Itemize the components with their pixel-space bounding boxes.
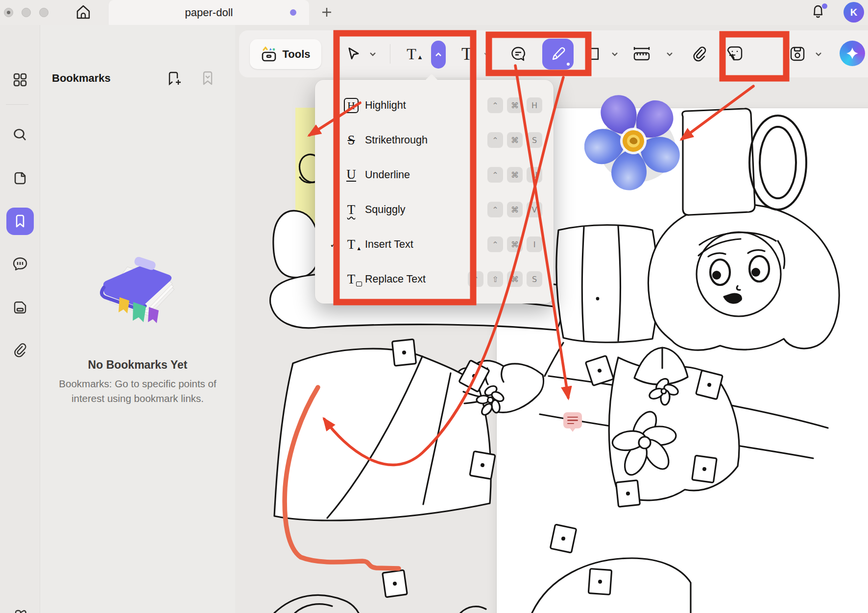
save-icon bbox=[789, 45, 806, 63]
ruler-icon bbox=[631, 45, 652, 63]
chevron-up-icon bbox=[434, 51, 442, 59]
plus-icon bbox=[320, 5, 334, 19]
shape-tool-dropdown[interactable] bbox=[609, 43, 620, 65]
comment-line bbox=[567, 417, 578, 418]
sidebar-item-search[interactable] bbox=[9, 124, 31, 146]
empty-state-description: Bookmarks: Go to specific points of inte… bbox=[58, 377, 217, 406]
bookmark-outline-button[interactable] bbox=[200, 71, 217, 87]
empty-bookmarks-illustration bbox=[91, 244, 184, 342]
square-shape-icon bbox=[585, 47, 600, 61]
menu-item-underline[interactable]: U Underline ⌃⌘U bbox=[315, 158, 554, 192]
select-tool-dropdown[interactable] bbox=[367, 43, 378, 65]
tools-button[interactable]: Tools bbox=[250, 39, 321, 69]
palette-icon bbox=[12, 608, 28, 613]
chevron-down-icon bbox=[610, 49, 619, 58]
toolbox-icon bbox=[261, 47, 277, 62]
paperclip-icon bbox=[12, 342, 28, 358]
page-icon bbox=[12, 170, 28, 186]
paperclip-icon bbox=[691, 46, 708, 62]
measure-tool-button[interactable] bbox=[631, 43, 652, 65]
sidebar-rail bbox=[0, 25, 40, 613]
menu-item-insert-text[interactable]: ✓ T▲ Insert Text ⌃⌘I bbox=[315, 227, 554, 261]
toolbar: Tools T▲ T bbox=[239, 30, 868, 77]
document-tab[interactable]: paper-doll bbox=[109, 0, 309, 25]
save-tool-dropdown[interactable] bbox=[813, 43, 824, 65]
flower-sticker[interactable] bbox=[584, 93, 682, 191]
comment-line bbox=[567, 423, 574, 424]
comment-line bbox=[567, 420, 578, 421]
cursor-icon bbox=[346, 47, 361, 61]
unsaved-indicator-dot bbox=[290, 9, 296, 16]
sidebar-item-comments[interactable] bbox=[9, 254, 31, 275]
checkmark: ✓ bbox=[315, 239, 338, 250]
grid-icon bbox=[12, 72, 28, 88]
sidebar-item-thumbnails[interactable] bbox=[9, 297, 31, 318]
notification-badge bbox=[822, 3, 827, 9]
select-tool-button[interactable] bbox=[343, 43, 364, 65]
comment-annotation-marker[interactable] bbox=[563, 412, 582, 428]
comment-tool-button[interactable] bbox=[507, 43, 529, 65]
insert-text-icon: T▲ bbox=[338, 237, 365, 252]
window-zoom-button[interactable] bbox=[39, 8, 48, 17]
sidebar-item-appearance[interactable] bbox=[9, 605, 31, 613]
add-bookmark-button[interactable] bbox=[165, 71, 182, 87]
chevron-down-icon bbox=[368, 49, 377, 58]
comment-bubble-icon bbox=[509, 45, 527, 63]
chevron-down-icon bbox=[814, 49, 823, 58]
chevron-down-icon bbox=[665, 49, 674, 58]
ai-assistant-button[interactable] bbox=[840, 41, 865, 66]
notifications-button[interactable] bbox=[809, 2, 829, 22]
window-close-button[interactable] bbox=[4, 8, 13, 17]
replace-text-icon: T bbox=[338, 272, 365, 287]
squiggly-icon: T bbox=[338, 202, 365, 217]
search-icon bbox=[12, 127, 28, 143]
text-tool-icon: T bbox=[461, 44, 472, 64]
sidebar-item-bookmarks[interactable] bbox=[6, 208, 34, 235]
add-bookmark-icon bbox=[165, 71, 182, 87]
avatar-initial: K bbox=[850, 7, 857, 18]
sticker-icon bbox=[725, 45, 744, 63]
menu-item-strikethrough[interactable]: S Strikethrough ⌃⌘S bbox=[315, 123, 554, 157]
text-tool-dropdown[interactable] bbox=[481, 43, 492, 65]
ai-sparkle-icon bbox=[845, 46, 860, 61]
save-tool-button[interactable] bbox=[787, 43, 808, 65]
home-icon bbox=[74, 3, 92, 21]
divider bbox=[6, 104, 28, 105]
window-minimize-button[interactable] bbox=[22, 8, 31, 17]
page-slot-icon bbox=[12, 300, 28, 315]
avatar[interactable]: K bbox=[844, 2, 864, 23]
sticker-tool-button[interactable] bbox=[724, 43, 746, 65]
highlight-icon: H bbox=[338, 98, 365, 113]
insert-text-options-button[interactable] bbox=[431, 41, 446, 69]
divider bbox=[390, 44, 390, 64]
measure-tool-dropdown[interactable] bbox=[664, 43, 675, 65]
insert-text-icon: T▲ bbox=[407, 45, 416, 63]
shape-tool-button[interactable] bbox=[582, 43, 603, 65]
home-button[interactable] bbox=[74, 3, 92, 21]
highlighter-pen-tool-button[interactable] bbox=[542, 39, 574, 70]
strikethrough-icon: S bbox=[338, 133, 365, 148]
sidebar-item-pages[interactable] bbox=[9, 167, 31, 189]
text-markup-dropdown-menu: H Highlight ⌃⌘H S Strikethrough ⌃⌘S U Un… bbox=[315, 80, 554, 304]
tab-title: paper-doll bbox=[185, 6, 233, 19]
bookmark-icon bbox=[13, 214, 27, 228]
menu-item-replace-text[interactable]: T Replace Text ⌃⇧⌘S bbox=[315, 262, 554, 296]
menu-item-squiggly[interactable]: T Squiggly ⌃⌘V bbox=[315, 192, 554, 227]
bookmarks-panel: Bookmarks No Bookmarks Yet Bookmarks: Go… bbox=[40, 25, 235, 613]
empty-state-heading: No Bookmarks Yet bbox=[40, 358, 235, 372]
menu-item-highlight[interactable]: H Highlight ⌃⌘H bbox=[315, 88, 554, 122]
insert-text-tool-button[interactable]: T▲ bbox=[401, 43, 422, 65]
pencil-icon bbox=[549, 46, 567, 63]
sidebar-item-attachments[interactable] bbox=[9, 339, 31, 361]
attachment-tool-button[interactable] bbox=[689, 43, 710, 65]
titlebar: paper-doll K bbox=[0, 0, 868, 25]
new-tab-button[interactable] bbox=[320, 5, 334, 19]
comment-icon bbox=[12, 256, 28, 273]
panel-title: Bookmarks bbox=[52, 72, 111, 85]
sidebar-item-grid[interactable] bbox=[9, 69, 31, 91]
tool-options-dot bbox=[567, 63, 570, 66]
underline-icon: U bbox=[338, 168, 365, 182]
chevron-down-icon bbox=[483, 50, 490, 57]
text-tool-button[interactable]: T bbox=[456, 43, 478, 65]
tools-label: Tools bbox=[282, 48, 310, 61]
